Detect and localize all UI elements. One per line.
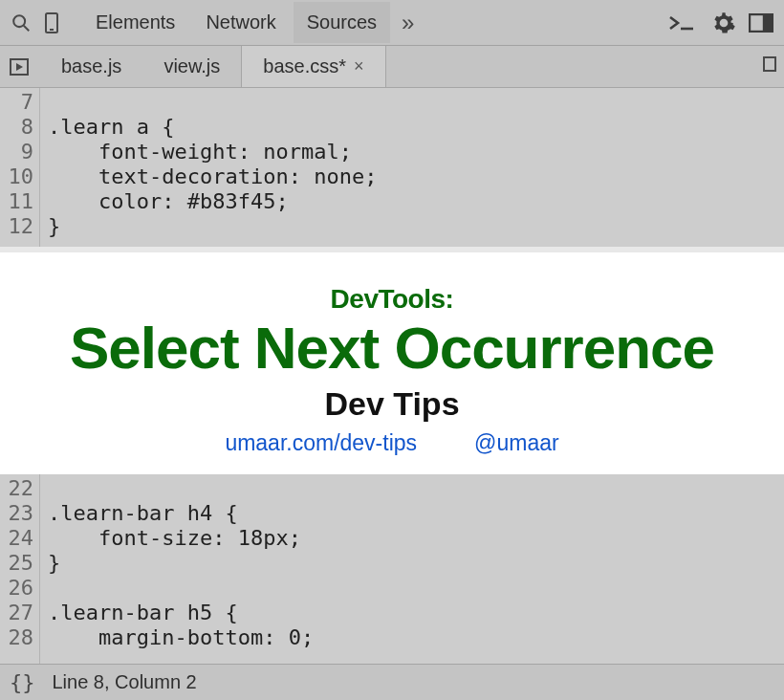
more-panels-indicator[interactable]: » [394,10,422,36]
search-icon[interactable] [8,12,34,33]
line-gutter: 22 23 24 25 26 27 28 [0,474,40,664]
file-tab-label: base.css* [263,55,346,77]
svg-rect-6 [764,14,773,32]
cursor-position: Line 8, Column 2 [53,671,197,693]
resume-script-icon[interactable] [6,53,34,81]
overlay-kicker: DevTools: [331,284,454,315]
panel-tab-sources[interactable]: Sources [294,2,390,43]
file-tab-base-js[interactable]: base.js [40,46,142,87]
gear-icon[interactable] [706,11,742,35]
svg-marker-8 [16,63,23,71]
file-tab-label: base.js [61,55,121,77]
file-tab-label: view.js [163,55,220,77]
code-editor-bottom[interactable]: 22 23 24 25 26 27 28 .learn-bar h4 { fon… [0,474,784,664]
file-tabbar: base.js view.js base.css* × [0,46,784,88]
code-content[interactable]: .learn-bar h4 { font-size: 18px; } .lear… [40,474,321,664]
status-bar: {} Line 8, Column 2 [0,664,784,700]
line-gutter: 7 8 9 10 11 12 [0,88,40,247]
dock-icon[interactable] [746,13,776,33]
tabbar-overflow-icon[interactable] [757,55,784,78]
file-tab-view-js[interactable]: view.js [142,46,241,87]
code-editor-top[interactable]: 7 8 9 10 11 12 .learn a { font-weight: n… [0,88,784,247]
title-card-overlay: DevTools: Select Next Occurrence Dev Tip… [0,252,784,474]
pretty-print-icon[interactable]: {} [10,670,35,694]
file-tab-base-css[interactable]: base.css* × [241,46,385,87]
svg-line-1 [24,25,30,31]
svg-rect-9 [764,57,775,71]
device-toggle-icon[interactable] [38,11,65,34]
panel-tab-network[interactable]: Network [192,2,289,43]
overlay-link-site[interactable]: umaar.com/dev-tips [225,430,417,456]
overlay-link-handle[interactable]: @umaar [474,430,559,456]
console-icon[interactable] [664,13,702,33]
devtools-toolbar: Elements Network Sources » [0,0,784,46]
code-content[interactable]: .learn a { font-weight: normal; text-dec… [40,88,384,247]
close-icon[interactable]: × [354,56,364,77]
overlay-links: umaar.com/dev-tips @umaar [225,430,558,456]
svg-point-0 [13,15,25,27]
overlay-headline: Select Next Occurrence [70,317,714,379]
overlay-subtitle: Dev Tips [324,385,459,423]
panel-tab-elements[interactable]: Elements [82,2,188,43]
